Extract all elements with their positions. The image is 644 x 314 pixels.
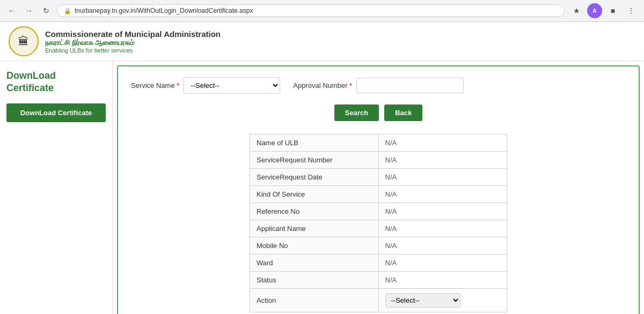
- table-row: Applicant Name N/A: [250, 220, 507, 237]
- button-row: Search Back: [131, 104, 626, 121]
- profile-avatar: A: [587, 3, 602, 18]
- table-cell-label: Mobile No: [250, 237, 379, 255]
- form-row: Service Name * --Select-- Approval Numbe…: [131, 77, 626, 94]
- table-cell-value: N/A: [378, 255, 507, 272]
- sidebar: DownLoad Certificate DownLoad Certificat…: [0, 61, 113, 314]
- forward-button[interactable]: →: [23, 4, 35, 17]
- subtitle: Enabling ULBs for better services: [45, 47, 221, 54]
- table-row: Name of ULB N/A: [250, 134, 507, 152]
- table-cell-label: Kind Of Service: [250, 186, 379, 203]
- profile-button[interactable]: A: [587, 3, 602, 18]
- reload-button[interactable]: ↻: [40, 4, 53, 17]
- table-cell-value: N/A: [378, 169, 507, 186]
- required-star: *: [177, 81, 179, 89]
- main-layout: DownLoad Certificate DownLoad Certificat…: [0, 61, 644, 314]
- table-row: Kind Of Service N/A: [250, 186, 507, 203]
- table-cell-label: Applicant Name: [250, 220, 379, 237]
- browser-actions: ★ A ■ ⋮: [569, 3, 639, 18]
- address-bar[interactable]: 🔒 tnurbanepay.tn.gov.in/WithOutLogin_Dow…: [57, 4, 565, 17]
- table-cell-label: ServiceRequest Number: [250, 152, 379, 169]
- extensions-button[interactable]: ■: [605, 3, 620, 18]
- org-name: Commissionerate of Municipal Administrat…: [45, 29, 221, 39]
- service-name-select[interactable]: --Select--: [184, 77, 280, 94]
- table-cell-value: N/A: [378, 203, 507, 220]
- table-cell-value: N/A: [378, 152, 507, 169]
- menu-button[interactable]: ⋮: [624, 3, 639, 18]
- info-table: Name of ULB N/A ServiceRequest Number N/…: [250, 134, 507, 312]
- service-name-group: Service Name * --Select--: [131, 77, 280, 94]
- table-row: ServiceRequest Number N/A: [250, 152, 507, 169]
- sidebar-title: DownLoad Certificate: [6, 70, 106, 95]
- table-row: Reference No N/A: [250, 203, 507, 220]
- bookmark-button[interactable]: ★: [569, 3, 584, 18]
- service-name-label: Service Name *: [131, 81, 179, 89]
- back-button[interactable]: ←: [5, 4, 18, 17]
- download-certificate-sidebar-button[interactable]: DownLoad Certificate: [6, 103, 106, 122]
- approval-number-label: Approval Number *: [293, 81, 352, 89]
- action-cell: --Select--: [378, 289, 507, 312]
- site-header: 🏛 Commissionerate of Municipal Administr…: [0, 22, 644, 61]
- table-cell-label: Ward: [250, 255, 379, 272]
- approval-required-star: *: [349, 81, 352, 89]
- table-cell-label: ServiceRequest Date: [250, 169, 379, 186]
- action-select[interactable]: --Select--: [385, 293, 460, 308]
- browser-chrome: ← → ↻ 🔒 tnurbanepay.tn.gov.in/WithOutLog…: [0, 0, 644, 22]
- table-cell-label: Reference No: [250, 203, 379, 220]
- table-row: Status N/A: [250, 272, 507, 289]
- logo: 🏛: [9, 26, 39, 56]
- table-cell-label: Status: [250, 272, 379, 289]
- url-text: tnurbanepay.tn.gov.in/WithOutLogin_Downl…: [75, 7, 558, 14]
- table-cell-value: N/A: [378, 134, 507, 152]
- action-label: Action: [250, 289, 379, 312]
- logo-icon: 🏛: [18, 35, 29, 48]
- approval-number-group: Approval Number *: [293, 78, 464, 93]
- secure-icon: 🔒: [64, 8, 71, 14]
- approval-number-input[interactable]: [356, 78, 464, 93]
- table-cell-value: N/A: [378, 220, 507, 237]
- table-cell-value: N/A: [378, 237, 507, 255]
- header-text: Commissionerate of Municipal Administrat…: [45, 29, 221, 54]
- table-row: Mobile No N/A: [250, 237, 507, 255]
- table-cell-value: N/A: [378, 186, 507, 203]
- page-wrapper: 🏛 Commissionerate of Municipal Administr…: [0, 22, 644, 314]
- content-area: Service Name * --Select-- Approval Numbe…: [117, 65, 640, 314]
- tamil-text: நகராட்சி நிர்வாக ஆணையரகம்: [45, 39, 221, 47]
- back-form-button[interactable]: Back: [384, 104, 422, 121]
- search-button[interactable]: Search: [334, 104, 379, 121]
- table-row: ServiceRequest Date N/A: [250, 169, 507, 186]
- table-cell-value: N/A: [378, 272, 507, 289]
- table-row-action: Action --Select--: [250, 289, 507, 312]
- table-cell-label: Name of ULB: [250, 134, 379, 152]
- table-row: Ward N/A: [250, 255, 507, 272]
